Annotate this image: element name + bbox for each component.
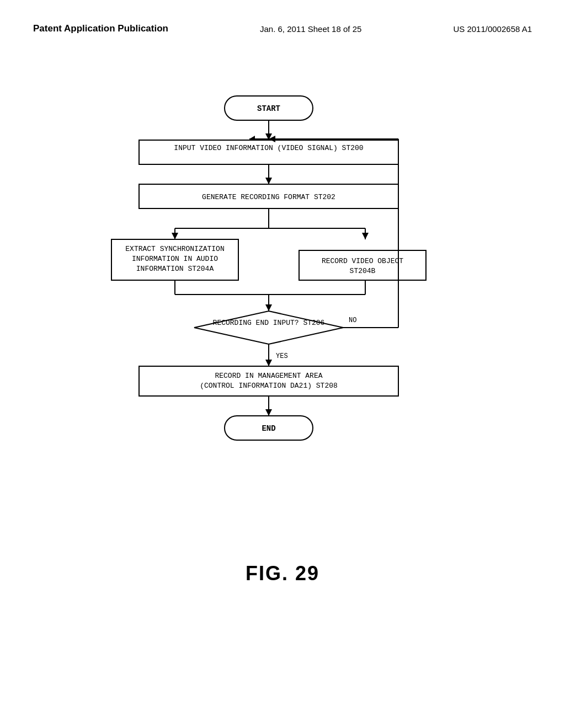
svg-marker-15 [172, 233, 178, 239]
flowchart-svg: START INPUT VIDEO INFORMATION (VIDEO SIG… [89, 90, 476, 545]
diagram-container: START INPUT VIDEO INFORMATION (VIDEO SIG… [0, 35, 565, 585]
svg-text:YES: YES [276, 352, 288, 360]
svg-text:INFORMATION IN AUDIO: INFORMATION IN AUDIO [132, 255, 218, 263]
svg-rect-35 [139, 366, 398, 396]
figure-label: FIG. 29 [246, 562, 319, 585]
svg-text:EXTRACT SYNCHRONIZATION: EXTRACT SYNCHRONIZATION [125, 245, 224, 253]
svg-marker-17 [362, 233, 369, 239]
svg-text:GENERATE RECORDING FORMAT ST20: GENERATE RECORDING FORMAT ST202 [202, 193, 335, 201]
svg-marker-9 [265, 178, 272, 184]
svg-text:RECORD IN MANAGEMENT AREA: RECORD IN MANAGEMENT AREA [215, 372, 322, 380]
svg-text:RECORDING END INPUT? ST206: RECORDING END INPUT? ST206 [213, 319, 325, 327]
svg-text:INPUT VIDEO INFORMATION (VIDEO: INPUT VIDEO INFORMATION (VIDEO SIGNAL) S… [174, 144, 363, 152]
svg-text:INFORMATION ST204A: INFORMATION ST204A [136, 265, 214, 273]
patent-number: US 2011/0002658 A1 [453, 22, 532, 34]
svg-text:START: START [257, 104, 280, 113]
sheet-info: Jan. 6, 2011 Sheet 18 of 25 [260, 22, 361, 34]
svg-marker-39 [265, 409, 272, 416]
page-header: Patent Application Publication Jan. 6, 2… [0, 0, 565, 35]
svg-text:END: END [262, 424, 275, 433]
svg-rect-22 [299, 250, 426, 280]
svg-text:RECORD VIDEO OBJECT: RECORD VIDEO OBJECT [322, 257, 403, 265]
svg-marker-33 [265, 360, 272, 366]
svg-text:(CONTROL INFORMATION DA21)  ST: (CONTROL INFORMATION DA21) ST208 [200, 382, 338, 390]
svg-marker-29 [265, 304, 272, 311]
publication-title: Patent Application Publication [33, 22, 168, 35]
svg-text:ST204B: ST204B [350, 267, 376, 275]
svg-text:NO: NO [349, 317, 356, 324]
svg-marker-30 [194, 311, 343, 344]
